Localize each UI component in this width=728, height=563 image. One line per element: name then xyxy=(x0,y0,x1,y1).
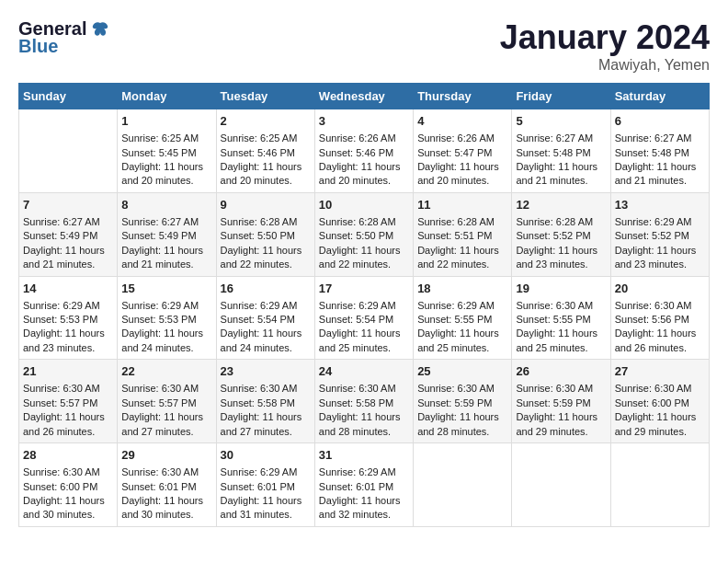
calendar-cell: 26Sunrise: 6:30 AMSunset: 5:59 PMDayligh… xyxy=(512,360,610,443)
sunrise-text: Sunrise: 6:29 AM xyxy=(221,299,311,313)
sunset-text: Sunset: 5:51 PM xyxy=(417,229,507,243)
calendar-cell: 22Sunrise: 6:30 AMSunset: 5:57 PMDayligh… xyxy=(118,360,216,443)
sunrise-text: Sunrise: 6:30 AM xyxy=(417,382,507,396)
day-number: 23 xyxy=(221,363,311,380)
day-number: 15 xyxy=(121,281,211,297)
sunset-text: Sunset: 6:01 PM xyxy=(319,480,409,494)
daylight-text: Daylight: 11 hours and 25 minutes. xyxy=(516,327,606,355)
sunrise-text: Sunrise: 6:29 AM xyxy=(417,299,507,313)
sunrise-text: Sunrise: 6:27 AM xyxy=(516,132,606,145)
calendar-cell: 19Sunrise: 6:30 AMSunset: 5:55 PMDayligh… xyxy=(512,276,610,360)
calendar-cell: 1Sunrise: 6:25 AMSunset: 5:45 PMDaylight… xyxy=(118,109,216,193)
daylight-text: Daylight: 11 hours and 20 minutes. xyxy=(319,160,409,189)
calendar-cell: 25Sunrise: 6:30 AMSunset: 5:59 PMDayligh… xyxy=(414,360,512,443)
sunset-text: Sunset: 5:58 PM xyxy=(221,396,311,410)
day-number: 21 xyxy=(23,363,113,380)
sunset-text: Sunset: 5:58 PM xyxy=(319,396,409,410)
sunset-text: Sunset: 5:53 PM xyxy=(121,313,211,327)
calendar-cell xyxy=(414,443,512,527)
sunrise-text: Sunrise: 6:28 AM xyxy=(417,215,507,229)
day-number: 27 xyxy=(615,363,705,380)
day-number: 9 xyxy=(221,197,311,213)
sunrise-text: Sunrise: 6:28 AM xyxy=(319,215,409,229)
sunset-text: Sunset: 5:56 PM xyxy=(615,313,705,327)
calendar-cell: 3Sunrise: 6:26 AMSunset: 5:46 PMDaylight… xyxy=(314,109,413,193)
day-number: 8 xyxy=(121,197,211,213)
day-number: 5 xyxy=(516,113,606,130)
logo-bird-icon xyxy=(90,19,110,40)
sunset-text: Sunset: 5:55 PM xyxy=(516,313,606,327)
calendar-cell xyxy=(610,443,709,527)
calendar-cell: 11Sunrise: 6:28 AMSunset: 5:51 PMDayligh… xyxy=(414,192,512,276)
col-header-wednesday: Wednesday xyxy=(314,84,413,109)
sunset-text: Sunset: 5:57 PM xyxy=(23,396,113,410)
sunset-text: Sunset: 5:50 PM xyxy=(221,229,311,243)
calendar-cell: 27Sunrise: 6:30 AMSunset: 6:00 PMDayligh… xyxy=(610,360,709,443)
calendar-cell: 5Sunrise: 6:27 AMSunset: 5:48 PMDaylight… xyxy=(512,109,610,193)
day-number: 3 xyxy=(319,113,409,130)
day-number: 2 xyxy=(221,113,311,130)
sunrise-text: Sunrise: 6:29 AM xyxy=(615,215,705,229)
calendar-cell: 14Sunrise: 6:29 AMSunset: 5:53 PMDayligh… xyxy=(19,276,118,360)
daylight-text: Daylight: 11 hours and 22 minutes. xyxy=(417,244,507,272)
daylight-text: Daylight: 11 hours and 27 minutes. xyxy=(221,410,311,439)
sunset-text: Sunset: 5:48 PM xyxy=(516,146,606,160)
location: Mawiyah, Yemen xyxy=(500,57,710,74)
col-header-saturday: Saturday xyxy=(610,84,709,109)
day-number: 19 xyxy=(516,281,606,297)
logo: General Blue xyxy=(18,18,110,57)
daylight-text: Daylight: 11 hours and 21 minutes. xyxy=(516,160,606,189)
calendar-cell: 8Sunrise: 6:27 AMSunset: 5:49 PMDaylight… xyxy=(118,192,216,276)
calendar-cell: 18Sunrise: 6:29 AMSunset: 5:55 PMDayligh… xyxy=(414,276,512,360)
sunset-text: Sunset: 5:57 PM xyxy=(121,396,211,410)
day-number: 20 xyxy=(615,281,705,297)
daylight-text: Daylight: 11 hours and 21 minutes. xyxy=(23,244,113,272)
calendar-cell: 4Sunrise: 6:26 AMSunset: 5:47 PMDaylight… xyxy=(414,109,512,193)
daylight-text: Daylight: 11 hours and 25 minutes. xyxy=(319,327,409,355)
sunset-text: Sunset: 5:49 PM xyxy=(23,229,113,243)
sunrise-text: Sunrise: 6:27 AM xyxy=(23,215,113,229)
daylight-text: Daylight: 11 hours and 21 minutes. xyxy=(121,244,211,272)
sunrise-text: Sunrise: 6:27 AM xyxy=(121,215,211,229)
sunset-text: Sunset: 6:00 PM xyxy=(615,396,705,410)
calendar-cell: 24Sunrise: 6:30 AMSunset: 5:58 PMDayligh… xyxy=(314,360,413,443)
title-area: January 2024 Mawiyah, Yemen xyxy=(500,18,710,74)
sunset-text: Sunset: 5:47 PM xyxy=(417,146,507,160)
sunset-text: Sunset: 6:01 PM xyxy=(221,480,311,494)
calendar-cell: 13Sunrise: 6:29 AMSunset: 5:52 PMDayligh… xyxy=(610,192,709,276)
sunset-text: Sunset: 5:59 PM xyxy=(516,396,606,410)
daylight-text: Daylight: 11 hours and 21 minutes. xyxy=(615,160,705,189)
calendar-cell: 12Sunrise: 6:28 AMSunset: 5:52 PMDayligh… xyxy=(512,192,610,276)
sunset-text: Sunset: 5:54 PM xyxy=(319,313,409,327)
sunset-text: Sunset: 6:00 PM xyxy=(23,480,113,494)
sunset-text: Sunset: 5:50 PM xyxy=(319,229,409,243)
calendar-cell: 10Sunrise: 6:28 AMSunset: 5:50 PMDayligh… xyxy=(314,192,413,276)
sunrise-text: Sunrise: 6:30 AM xyxy=(615,299,705,313)
sunset-text: Sunset: 5:49 PM xyxy=(121,229,211,243)
day-number: 28 xyxy=(23,447,113,464)
col-header-monday: Monday xyxy=(118,84,216,109)
daylight-text: Daylight: 11 hours and 29 minutes. xyxy=(516,410,606,439)
daylight-text: Daylight: 11 hours and 22 minutes. xyxy=(319,244,409,272)
day-number: 13 xyxy=(615,197,705,213)
sunrise-text: Sunrise: 6:30 AM xyxy=(121,465,211,479)
day-number: 4 xyxy=(417,113,507,130)
col-header-thursday: Thursday xyxy=(414,84,512,109)
sunrise-text: Sunrise: 6:30 AM xyxy=(516,382,606,396)
day-number: 14 xyxy=(23,281,113,297)
calendar-cell: 17Sunrise: 6:29 AMSunset: 5:54 PMDayligh… xyxy=(314,276,413,360)
sunrise-text: Sunrise: 6:30 AM xyxy=(615,382,705,396)
sunset-text: Sunset: 5:55 PM xyxy=(417,313,507,327)
sunrise-text: Sunrise: 6:27 AM xyxy=(615,132,705,145)
day-number: 10 xyxy=(319,197,409,213)
day-number: 31 xyxy=(319,447,409,464)
col-header-tuesday: Tuesday xyxy=(216,84,314,109)
calendar-cell: 23Sunrise: 6:30 AMSunset: 5:58 PMDayligh… xyxy=(216,360,314,443)
sunrise-text: Sunrise: 6:26 AM xyxy=(417,132,507,145)
sunrise-text: Sunrise: 6:30 AM xyxy=(121,382,211,396)
day-number: 6 xyxy=(615,113,705,130)
daylight-text: Daylight: 11 hours and 32 minutes. xyxy=(319,494,409,523)
sunset-text: Sunset: 5:48 PM xyxy=(615,146,705,160)
daylight-text: Daylight: 11 hours and 30 minutes. xyxy=(23,494,113,523)
calendar-cell: 6Sunrise: 6:27 AMSunset: 5:48 PMDaylight… xyxy=(610,109,709,193)
